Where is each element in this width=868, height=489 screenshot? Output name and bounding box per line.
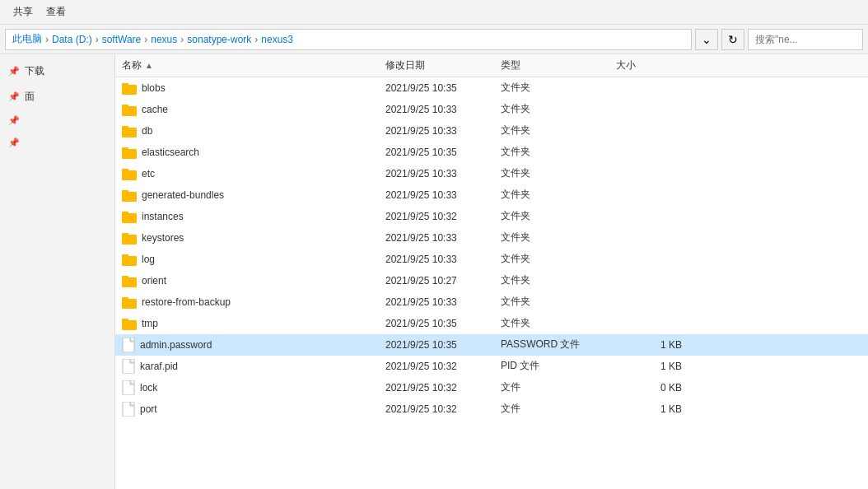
view-button[interactable]: 查看 [40, 3, 72, 21]
file-name-text: lock [140, 382, 157, 394]
file-type-cell: 文件夹 [501, 295, 616, 309]
table-row[interactable]: db2021/9/25 10:33文件夹 [115, 120, 868, 142]
svg-rect-19 [122, 276, 128, 279]
folder-icon [122, 82, 137, 95]
file-name-text: admin.password [140, 339, 212, 351]
path-sep-4: › [180, 34, 184, 45]
sidebar-item-mian[interactable]: 📌 面 [3, 86, 111, 107]
file-name-text: tmp [142, 318, 158, 329]
file-date-cell: 2021/9/25 10:27 [385, 275, 501, 286]
folder-icon [122, 189, 137, 202]
table-row[interactable]: restore-from-backup2021/9/25 10:33文件夹 [115, 291, 868, 313]
pin-icon-2: 📌 [8, 91, 20, 102]
path-nexus[interactable]: nexus [151, 34, 177, 45]
file-type-cell: PASSWORD 文件 [501, 338, 616, 352]
svg-rect-21 [122, 297, 128, 300]
folder-icon [122, 210, 137, 223]
file-name-cell: blobs [122, 82, 385, 95]
file-type-cell: 文件夹 [501, 166, 616, 180]
path-computer[interactable]: 此电脑 [12, 32, 42, 46]
folder-icon [122, 296, 137, 309]
file-name-text: restore-from-backup [142, 296, 231, 308]
file-name-cell: etc [122, 167, 385, 180]
sidebar-label-download: 下载 [25, 64, 44, 78]
address-path[interactable]: 此电脑 › Data (D:) › softWare › nexus › son… [5, 29, 692, 50]
table-row[interactable]: cache2021/9/25 10:33文件夹 [115, 99, 868, 120]
file-date-cell: 2021/9/25 10:33 [385, 296, 501, 308]
file-type-cell: 文件夹 [501, 102, 616, 116]
file-icon [122, 380, 135, 395]
main-layout: 📌 下载 📌 面 📌 📌 名称 ▲ 修改日期 类型 [0, 54, 868, 489]
file-date-cell: 2021/9/25 10:33 [385, 168, 501, 179]
file-date-cell: 2021/9/25 10:35 [385, 339, 501, 351]
sidebar: 📌 下载 📌 面 📌 📌 [0, 54, 115, 489]
table-row[interactable]: port2021/9/25 10:32文件1 KB [115, 398, 868, 420]
refresh-button[interactable]: ↻ [721, 29, 744, 50]
file-icon [122, 359, 135, 374]
file-name-cell: db [122, 124, 385, 137]
folder-icon [122, 124, 137, 137]
table-row[interactable]: etc2021/9/25 10:33文件夹 [115, 163, 868, 184]
path-sep-1: › [45, 34, 49, 45]
sidebar-label-mian: 面 [25, 90, 35, 104]
file-name-text: etc [142, 168, 155, 179]
file-name-cell: elasticsearch [122, 146, 385, 159]
pin-icon-3: 📌 [8, 115, 20, 126]
table-row[interactable]: keystores2021/9/25 10:33文件夹 [115, 227, 868, 249]
sidebar-item-3[interactable]: 📌 [3, 112, 111, 129]
sidebar-item-4[interactable]: 📌 [3, 134, 111, 151]
sidebar-item-download[interactable]: 📌 下载 [3, 61, 111, 82]
table-row[interactable]: log2021/9/25 10:33文件夹 [115, 249, 868, 270]
search-input[interactable] [748, 29, 863, 50]
file-name-cell: restore-from-backup [122, 296, 385, 309]
table-row[interactable]: lock2021/9/25 10:32文件0 KB [115, 377, 868, 398]
share-button[interactable]: 共享 [7, 3, 40, 21]
file-type-cell: 文件夹 [501, 209, 616, 223]
top-toolbar: 共享 查看 [0, 0, 868, 25]
svg-rect-13 [122, 212, 128, 215]
file-name-text: instances [142, 211, 184, 222]
col-header-size[interactable]: 大小 [616, 58, 682, 72]
col-header-type[interactable]: 类型 [501, 58, 616, 72]
svg-rect-11 [122, 190, 128, 193]
path-nexus3[interactable]: nexus3 [261, 34, 293, 45]
file-name-cell: keystores [122, 231, 385, 244]
file-icon [122, 402, 135, 417]
table-row[interactable]: elasticsearch2021/9/25 10:35文件夹 [115, 142, 868, 163]
file-type-cell: 文件 [501, 380, 616, 394]
table-row[interactable]: blobs2021/9/25 10:35文件夹 [115, 77, 868, 99]
svg-rect-26 [123, 380, 134, 395]
file-name-text: generated-bundles [142, 189, 224, 201]
file-size-cell: 1 KB [616, 403, 682, 415]
table-row[interactable]: orient2021/9/25 10:27文件夹 [115, 270, 868, 291]
table-row[interactable]: generated-bundles2021/9/25 10:33文件夹 [115, 184, 868, 206]
path-sonatype[interactable]: sonatype-work [187, 34, 251, 45]
col-date-label: 修改日期 [385, 59, 425, 71]
svg-rect-24 [123, 338, 134, 352]
file-name-text: orient [142, 275, 166, 286]
sort-arrow-icon: ▲ [145, 61, 153, 70]
folder-icon [122, 167, 137, 180]
address-buttons: ⌄ ↻ [695, 29, 744, 50]
file-type-cell: 文件夹 [501, 145, 616, 159]
file-name-text: karaf.pid [140, 361, 178, 372]
path-sep-3: › [144, 34, 147, 45]
file-name-text: keystores [142, 232, 184, 244]
path-sep-5: › [254, 34, 258, 45]
table-row[interactable]: tmp2021/9/25 10:35文件夹 [115, 313, 868, 334]
file-icon [122, 338, 135, 352]
file-type-cell: 文件 [501, 402, 616, 416]
col-header-name[interactable]: 名称 ▲ [122, 58, 385, 72]
table-row[interactable]: instances2021/9/25 10:32文件夹 [115, 206, 868, 227]
path-data[interactable]: Data (D:) [52, 34, 92, 45]
svg-rect-9 [122, 169, 128, 172]
table-row[interactable]: admin.password2021/9/25 10:35PASSWORD 文件… [115, 334, 868, 356]
file-date-cell: 2021/9/25 10:32 [385, 382, 501, 394]
chevron-down-button[interactable]: ⌄ [695, 29, 718, 50]
table-row[interactable]: karaf.pid2021/9/25 10:32PID 文件1 KB [115, 356, 868, 377]
file-date-cell: 2021/9/25 10:35 [385, 318, 501, 329]
file-name-text: cache [142, 104, 168, 115]
path-software[interactable]: softWare [102, 34, 142, 45]
col-header-date[interactable]: 修改日期 [385, 58, 501, 72]
file-date-cell: 2021/9/25 10:32 [385, 211, 501, 222]
